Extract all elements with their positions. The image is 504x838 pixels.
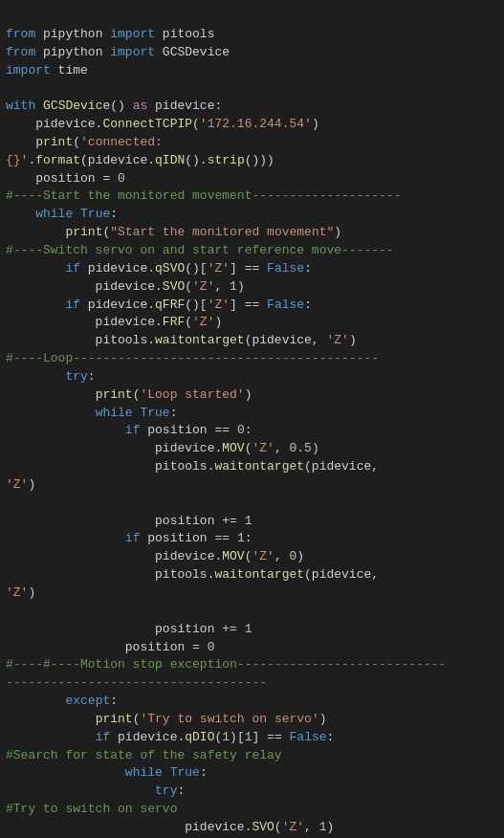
string-try-switch: 'Try to switch on servo' (140, 712, 318, 726)
func-svo2: SVO (252, 820, 274, 834)
func-print2: print (65, 225, 102, 239)
func-print4: print (96, 712, 133, 726)
func-waitontarget3: waitontarget (214, 567, 304, 582)
keyword-try1: try (65, 369, 87, 384)
func-waitontarget2: waitontarget (214, 459, 304, 474)
keyword-from2: from (6, 45, 35, 59)
keyword-while2: while (96, 406, 133, 420)
comment-start: #----Start the monitored movement-------… (6, 188, 401, 203)
num-one5: 1 (319, 820, 327, 834)
comment-motion-stop: #----#----Motion stop exception---------… (6, 657, 446, 690)
keyword-import: import (110, 27, 155, 41)
func-mov1: MOV (222, 441, 244, 455)
func-format: format (35, 153, 80, 167)
keyword-import3: import (6, 63, 51, 77)
string-z2: 'Z' (6, 585, 28, 600)
keyword-if2: if (65, 298, 80, 312)
bool-true1: True (80, 207, 110, 221)
bool-true3: True (170, 765, 200, 780)
func-strip: strip (208, 153, 245, 167)
keyword-while3: while (125, 765, 163, 780)
num-one3: 1 (237, 531, 245, 545)
keyword-except1: except (65, 694, 110, 708)
keyword-as: as (133, 99, 148, 113)
keyword-try2: try (155, 783, 177, 798)
func-connecttcpip: ConnectTCPIP (102, 117, 192, 131)
bool-true2: True (140, 406, 169, 420)
func-waitontarget1: waitontarget (155, 333, 245, 347)
func-qdio: qDIO (185, 730, 214, 744)
keyword-if4: if (125, 531, 141, 545)
func-print3: print (96, 387, 133, 402)
string-loop: 'Loop started' (140, 387, 244, 402)
num-zero4: 0 (208, 640, 215, 654)
bool-false3: False (290, 730, 327, 744)
class-gcsdevice: GCSDevice (43, 99, 110, 113)
comment-try-switch: #Try to switch on servo (6, 802, 177, 816)
num-one1: 1 (230, 279, 237, 294)
func-qsvo: qSVO (155, 261, 185, 276)
string-start: "Start the monitored movement" (110, 225, 334, 239)
comment-switch: #----Switch servo on and start reference… (6, 243, 394, 257)
comment-search: #Search for state of the safety relay (6, 748, 282, 762)
func-qidn: qIDN (155, 153, 185, 167)
num-one2: 1 (245, 514, 252, 528)
keyword-while1: while (35, 207, 73, 221)
keyword-if3: if (125, 423, 141, 437)
num-zero2: 0 (237, 423, 245, 437)
func-frf: FRF (163, 315, 185, 329)
keyword-if5: if (96, 730, 111, 744)
string-ip: '172.16.244.54' (200, 117, 312, 131)
keyword-from: from (6, 27, 35, 41)
comment-loop: #----Loop-------------------------------… (6, 351, 379, 365)
num-one4: 1 (245, 622, 252, 636)
func-qfrf: qFRF (155, 298, 185, 312)
string-z1: 'Z' (6, 477, 28, 492)
code-editor: from pipython import pitools from pipyth… (6, 8, 498, 838)
func-svo: SVO (163, 279, 185, 294)
keyword-if1: if (65, 261, 80, 276)
func-print1: print (35, 135, 73, 149)
bool-false1: False (267, 261, 304, 276)
bool-false2: False (267, 298, 304, 312)
num-half: 0.5 (289, 441, 311, 455)
func-mov2: MOV (222, 549, 244, 563)
keyword-with: with (6, 99, 35, 113)
keyword-import2: import (110, 45, 155, 59)
num-zero1: 0 (118, 171, 125, 186)
